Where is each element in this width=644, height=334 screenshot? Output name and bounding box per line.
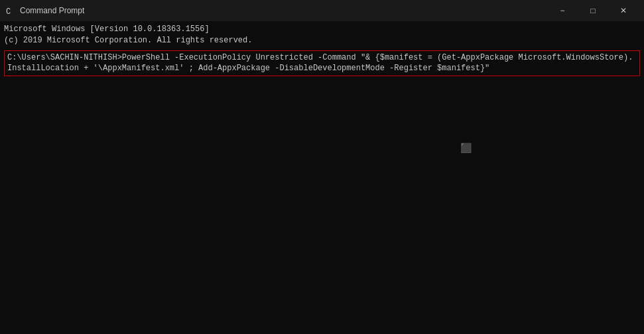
titlebar-controls: − □ ✕ (547, 0, 639, 21)
command-block: C:\Users\SACHIN-NITHISH>PowerShell -Exec… (4, 50, 640, 77)
close-button[interactable]: ✕ (608, 0, 639, 21)
minimize-button[interactable]: − (547, 0, 578, 21)
maximize-button[interactable]: □ (578, 0, 608, 21)
copyright-line: (c) 2019 Microsoft Corporation. All righ… (4, 35, 640, 46)
version-line: Microsoft Windows [Version 10.0.18363.15… (4, 24, 640, 35)
titlebar: C Command Prompt − □ ✕ (0, 0, 644, 21)
terminal-content[interactable]: Microsoft Windows [Version 10.0.18363.15… (0, 21, 644, 334)
window-title: Command Prompt (20, 6, 547, 15)
cmd-icon: C (5, 5, 16, 16)
command-text: C:\Users\SACHIN-NITHISH>PowerShell -Exec… (7, 53, 633, 74)
cmd-window: C Command Prompt − □ ✕ Microsoft Windows… (0, 0, 644, 334)
mouse-cursor: ⬛ (460, 142, 472, 156)
svg-text:C: C (6, 7, 11, 16)
